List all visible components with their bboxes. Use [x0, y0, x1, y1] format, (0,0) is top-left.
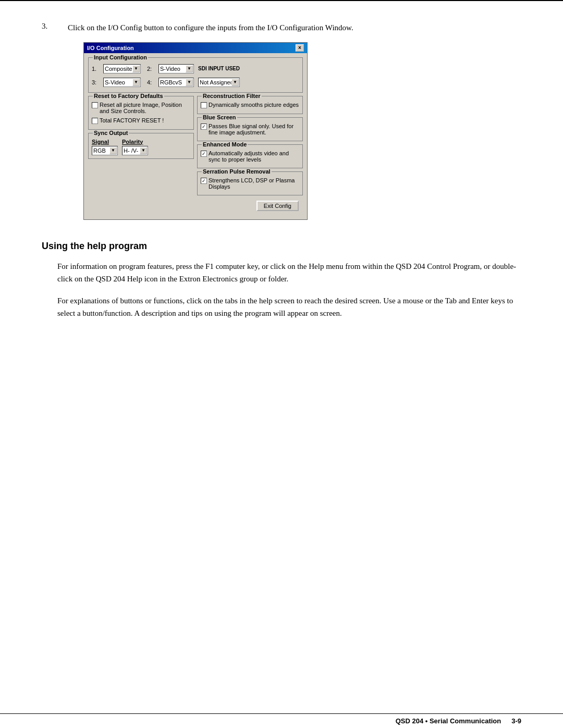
- page-container: 3. Click on the I/O Config button to con…: [0, 0, 563, 728]
- sync-output-section: Sync Output Signal RGB ▼: [88, 133, 194, 159]
- blue-screen-title: Blue Screen: [202, 114, 237, 120]
- serration-pulse-checkbox-label: Strengthens LCD, DSP or Plasma Displays: [209, 177, 299, 190]
- signal-label: Signal: [92, 139, 118, 145]
- serration-pulse-title: Serration Pulse Removal: [202, 168, 272, 175]
- input2-dropdown[interactable]: S-Video ▼: [158, 64, 194, 73]
- blue-screen-checkbox-row: Passes Blue signal only. Used for fine i…: [201, 123, 299, 135]
- factory-checkbox-row-1: Reset all picture Image, Position and Si…: [92, 102, 190, 114]
- input2-arrow[interactable]: ▼: [186, 65, 193, 72]
- input3-arrow[interactable]: ▼: [132, 79, 140, 86]
- reconstruction-checkbox-label: Dynamically smooths picture edges: [209, 102, 299, 108]
- serration-pulse-checkbox[interactable]: [201, 178, 207, 184]
- two-col-layout: Reset to Factory Defaults Reset all pict…: [88, 96, 303, 199]
- footer-page: 3-9: [511, 717, 521, 725]
- polarity-dropdown[interactable]: H- /V- ▼: [122, 146, 148, 155]
- enhanced-mode-title: Enhanced Mode: [202, 141, 248, 147]
- blue-screen-checkbox[interactable]: [201, 124, 207, 130]
- input4-label: 4:: [147, 79, 156, 85]
- page-footer: QSD 204 • Serial Communication 3-9: [0, 713, 563, 728]
- not-assigned-arrow[interactable]: ▼: [231, 79, 239, 86]
- factory-checkbox-2[interactable]: [92, 118, 98, 124]
- help-section-heading: Using the help program: [42, 241, 521, 252]
- exit-config-button[interactable]: Exit Config: [256, 201, 299, 211]
- help-paragraph-1: For information on program features, pre…: [57, 260, 521, 285]
- input-row-1-2: 1. Composite ▼ 2: S-Video ▼: [92, 64, 299, 73]
- step-text: Click on the I/O Config button to config…: [68, 23, 353, 32]
- dialog-title: I/O Configuration: [87, 45, 134, 51]
- reconstruction-filter-section: Reconstruction Filter Dynamically smooth…: [197, 96, 303, 114]
- signal-col: Signal RGB ▼: [92, 139, 118, 155]
- dialog-titlebar: I/O Configuration ×: [84, 43, 307, 53]
- serration-pulse-checkbox-row: Strengthens LCD, DSP or Plasma Displays: [201, 177, 299, 190]
- input3-dropdown[interactable]: S-Video ▼: [103, 78, 141, 87]
- input1-dropdown[interactable]: Composite ▼: [103, 64, 141, 73]
- enhanced-mode-section: Enhanced Mode Automatically adjusts vide…: [197, 144, 303, 168]
- step-number: 3.: [42, 22, 57, 220]
- input4-dropdown[interactable]: RGBcvS ▼: [158, 78, 194, 87]
- footer-title: QSD 204 • Serial Communication: [396, 717, 501, 725]
- sync-output-title: Sync Output: [93, 130, 129, 136]
- serration-pulse-section: Serration Pulse Removal Strengthens LCD,…: [197, 171, 303, 195]
- reconstruction-checkbox[interactable]: [201, 102, 207, 108]
- step-3: 3. Click on the I/O Config button to con…: [42, 22, 521, 220]
- factory-checkbox-row-2: Total FACTORY RESET !: [92, 117, 190, 124]
- dialog-close-button[interactable]: ×: [296, 44, 304, 52]
- dialog-body: Input Configuration 1. Composite ▼ 2: S-…: [84, 53, 307, 219]
- factory-defaults-section: Reset to Factory Defaults Reset all pict…: [88, 96, 194, 130]
- right-col: Reconstruction Filter Dynamically smooth…: [197, 96, 303, 199]
- input-row-3-4: 3: S-Video ▼ 4: RGBcvS ▼: [92, 78, 299, 87]
- left-col: Reset to Factory Defaults Reset all pict…: [88, 96, 194, 199]
- sync-row: Signal RGB ▼ Polarity: [92, 139, 190, 155]
- enhanced-mode-checkbox[interactable]: [201, 151, 207, 157]
- signal-arrow[interactable]: ▼: [109, 147, 117, 154]
- sdi-label: SDI INPUT USED: [198, 66, 240, 71]
- factory-checkbox-1-label: Reset all picture Image, Position and Si…: [100, 102, 190, 114]
- top-rule: [0, 0, 563, 1]
- reconstruction-filter-title: Reconstruction Filter: [202, 93, 262, 99]
- footer-text: QSD 204 • Serial Communication 3-9: [396, 717, 521, 725]
- io-config-dialog: I/O Configuration × Input Configuration …: [83, 42, 308, 220]
- input-config-title: Input Configuration: [93, 54, 148, 60]
- polarity-col: Polarity H- /V- ▼: [122, 139, 148, 155]
- polarity-arrow[interactable]: ▼: [140, 147, 147, 154]
- input3-label: 3:: [92, 79, 101, 85]
- dialog-footer: Exit Config: [88, 199, 303, 215]
- help-paragraph-2: For explanations of buttons or functions…: [57, 294, 521, 319]
- blue-screen-checkbox-label: Passes Blue signal only. Used for fine i…: [209, 123, 299, 135]
- input-config-section: Input Configuration 1. Composite ▼ 2: S-…: [88, 57, 303, 93]
- input4-arrow[interactable]: ▼: [186, 79, 193, 86]
- polarity-label: Polarity: [122, 139, 148, 145]
- blue-screen-section: Blue Screen Passes Blue signal only. Use…: [197, 117, 303, 141]
- factory-defaults-title: Reset to Factory Defaults: [93, 93, 164, 99]
- content-area: 3. Click on the I/O Config button to con…: [0, 22, 563, 319]
- input1-arrow[interactable]: ▼: [132, 65, 140, 72]
- input1-label: 1.: [92, 66, 101, 72]
- reconstruction-checkbox-row: Dynamically smooths picture edges: [201, 102, 299, 108]
- input2-label: 2:: [147, 66, 156, 72]
- factory-checkbox-2-label: Total FACTORY RESET !: [100, 117, 164, 124]
- signal-dropdown[interactable]: RGB ▼: [92, 146, 118, 155]
- not-assigned-dropdown[interactable]: Not Assigned ▼: [198, 78, 240, 87]
- enhanced-mode-checkbox-label: Automatically adjusts video and sync to …: [209, 150, 299, 163]
- enhanced-mode-checkbox-row: Automatically adjusts video and sync to …: [201, 150, 299, 163]
- factory-checkbox-1[interactable]: [92, 102, 98, 108]
